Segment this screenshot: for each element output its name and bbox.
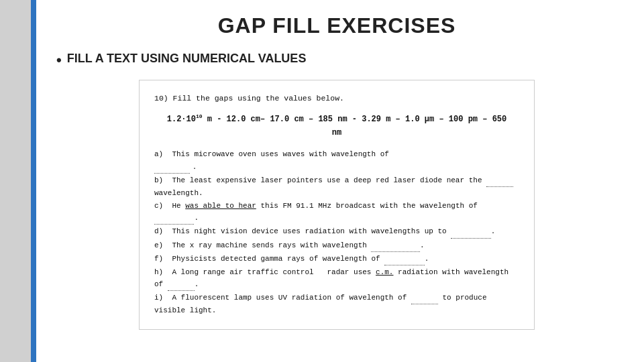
- slide-title: GAP FILL EXERCISES: [56, 13, 617, 38]
- bullet-label: FILL A TEXT USING NUMERICAL VALUES: [67, 52, 307, 66]
- exercise-item-b: b) The least expensive laser pointers us…: [154, 174, 519, 199]
- exercise-item-a: a) This microwave oven uses waves with w…: [154, 148, 519, 160]
- values-nm: nm: [332, 128, 341, 137]
- exercise-item-i: i) A fluorescent lamp uses UV radiation …: [154, 292, 519, 316]
- main-content: GAP FILL EXERCISES • FILL A TEXT USING N…: [36, 0, 644, 362]
- values-text: 1.2·1010 m - 12.0 cm– 17.0 cm – 185 nm -…: [167, 115, 507, 124]
- exercise-item-h: h) A long range air traffic control rada…: [154, 266, 519, 291]
- exercise-card: 10) Fill the gaps using the values below…: [139, 80, 535, 330]
- exercise-item-e: e) The x ray machine sends rays with wav…: [154, 239, 519, 252]
- exercise-item-d: d) This night vision device uses radiati…: [154, 225, 519, 238]
- bullet-point: • FILL A TEXT USING NUMERICAL VALUES: [56, 52, 617, 69]
- exercise-items: a) This microwave oven uses waves with w…: [154, 148, 519, 317]
- exercise-item-c: c) He was able to hear this FM 91.1 MHz …: [154, 200, 519, 225]
- sup-exponent: 10: [196, 113, 203, 119]
- exercise-header: 10) Fill the gaps using the values below…: [154, 93, 519, 105]
- bullet-icon: •: [56, 52, 62, 69]
- left-accent-bar: [0, 0, 36, 362]
- slide-container: GAP FILL EXERCISES • FILL A TEXT USING N…: [0, 0, 644, 362]
- exercise-item-a-blank: .: [154, 161, 519, 174]
- values-row: 1.2·1010 m - 12.0 cm– 17.0 cm – 185 nm -…: [154, 112, 519, 140]
- exercise-item-f: f) Physicists detected gamma rays of wav…: [154, 253, 519, 265]
